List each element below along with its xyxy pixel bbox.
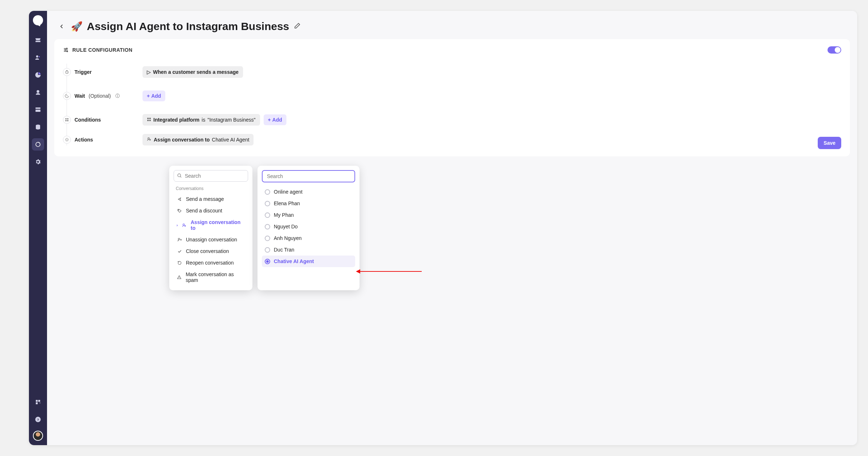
action-target: Chative AI Agent (212, 137, 250, 143)
assignee-option[interactable]: Anh Nguyen (262, 232, 355, 244)
svg-point-25 (148, 138, 149, 139)
actions-node-icon (63, 136, 71, 144)
assign-icon (147, 137, 152, 143)
add-condition-label: Add (272, 117, 282, 123)
action-option-label: Send a message (186, 196, 224, 202)
condition-field: Integrated platform (153, 117, 200, 123)
radio-icon (265, 247, 270, 253)
annotation-arrow (356, 269, 422, 274)
svg-point-13 (66, 48, 67, 49)
assignee-search-input[interactable] (262, 170, 355, 182)
svg-rect-24 (149, 120, 151, 121)
action-group-label: Conversations (176, 186, 246, 191)
data-icon[interactable] (32, 121, 44, 133)
search-icon (177, 173, 182, 180)
unassign-icon (176, 237, 182, 242)
back-button[interactable] (57, 22, 67, 31)
svg-rect-3 (35, 107, 41, 109)
svg-point-29 (178, 238, 179, 240)
radio-icon (265, 189, 270, 195)
edit-title-icon[interactable] (294, 22, 301, 31)
conditions-node-icon (63, 116, 71, 124)
sidebar: + ? (29, 11, 47, 287)
chevron-right-icon: › (176, 223, 178, 227)
condition-value: "Instagram Business" (208, 117, 256, 123)
action-option[interactable]: ›Assign conversation to (174, 216, 248, 234)
action-option-label: Reopen conversation (186, 260, 234, 266)
action-option[interactable]: Mark conversation as spam (174, 269, 248, 286)
radio-icon (265, 236, 270, 241)
automation-icon[interactable] (32, 138, 44, 151)
action-option[interactable]: Send a discount (174, 205, 248, 216)
templates-icon[interactable] (32, 104, 44, 116)
assign-icon (182, 223, 187, 228)
app-logo-icon (33, 15, 43, 25)
action-chip[interactable]: Assign conversation to Chative AI Agent (142, 134, 254, 145)
timeline-trigger-label: Trigger (75, 69, 92, 75)
action-label: Assign conversation to (154, 137, 210, 143)
add-wait-button[interactable]: + Add (142, 90, 165, 101)
timeline-wait-suffix: (Optional) (89, 93, 111, 99)
wait-info-icon[interactable]: ⓘ (115, 93, 120, 99)
assignee-option-label: Anh Nguyen (274, 235, 302, 241)
contacts-icon[interactable] (32, 51, 44, 64)
condition-chip[interactable]: Integrated platform is "Instagram Busine… (142, 114, 260, 126)
action-type-panel: Conversations Send a messageSend a disco… (169, 166, 252, 287)
svg-rect-20 (67, 120, 68, 121)
card-title: RULE CONFIGURATION (72, 47, 132, 53)
trigger-node-icon (63, 68, 71, 76)
svg-point-28 (183, 224, 184, 225)
timeline-actions-label: Actions (75, 137, 93, 143)
action-option-label: Unassign conversation (186, 237, 237, 242)
radio-icon (265, 212, 270, 218)
action-option-label: Assign conversation to (191, 219, 245, 231)
trigger-text: When a customer sends a message (153, 69, 239, 75)
bot-icon[interactable] (32, 86, 44, 98)
send-icon: ▷ (147, 69, 151, 75)
assignee-option[interactable]: Online agent (262, 186, 355, 198)
radio-icon (265, 201, 270, 206)
assignee-option-label: Elena Phan (274, 200, 300, 206)
assignee-option[interactable]: Elena Phan (262, 198, 355, 209)
svg-point-0 (36, 55, 38, 58)
svg-rect-21 (148, 118, 149, 119)
rule-config-card: RULE CONFIGURATION Trigger (54, 39, 542, 156)
assignee-option-label: Nguyet Do (274, 224, 298, 229)
page-title: Assign AI Agent to Instagram Business (87, 20, 289, 33)
assignee-option-label: Chative AI Agent (274, 258, 314, 264)
action-search-input[interactable] (174, 170, 248, 182)
plus-icon: + (268, 117, 271, 123)
action-option[interactable]: Close conversation (174, 245, 248, 257)
trigger-chip[interactable]: ▷ When a customer sends a message (142, 66, 243, 78)
svg-point-2 (37, 90, 39, 93)
assignee-option[interactable]: Nguyet Do (262, 221, 355, 232)
svg-point-26 (178, 174, 180, 177)
rocket-icon: 🚀 (71, 21, 82, 32)
assignee-option[interactable]: Duc Tran (262, 244, 355, 256)
analytics-icon[interactable] (32, 69, 44, 81)
assignee-option-label: My Phan (274, 212, 294, 218)
grid-icon (147, 117, 151, 123)
svg-rect-22 (149, 118, 151, 119)
svg-rect-23 (148, 120, 149, 121)
inbox-icon[interactable] (32, 34, 44, 46)
timeline: Trigger Wait (Optional) ⓘ (63, 60, 135, 148)
svg-rect-18 (67, 118, 68, 119)
assignee-option-label: Online agent (274, 189, 302, 195)
page-header: 🚀 Assign AI Agent to Instagram Business (47, 11, 542, 38)
add-condition-button[interactable]: + Add (264, 114, 286, 125)
radio-icon (265, 259, 270, 264)
action-option[interactable]: Unassign conversation (174, 234, 248, 245)
svg-point-1 (39, 56, 40, 57)
tag-icon (176, 208, 182, 213)
svg-rect-19 (65, 120, 67, 121)
spam-icon (176, 275, 182, 280)
action-option[interactable]: Reopen conversation (174, 257, 248, 269)
assignee-option[interactable]: Chative AI Agent (262, 256, 355, 267)
timeline-wait-label: Wait (75, 93, 85, 99)
settings-icon[interactable] (32, 156, 44, 168)
action-option[interactable]: Send a message (174, 193, 248, 205)
svg-rect-17 (65, 118, 67, 119)
assignee-option[interactable]: My Phan (262, 209, 355, 221)
action-option-label: Close conversation (186, 248, 229, 254)
